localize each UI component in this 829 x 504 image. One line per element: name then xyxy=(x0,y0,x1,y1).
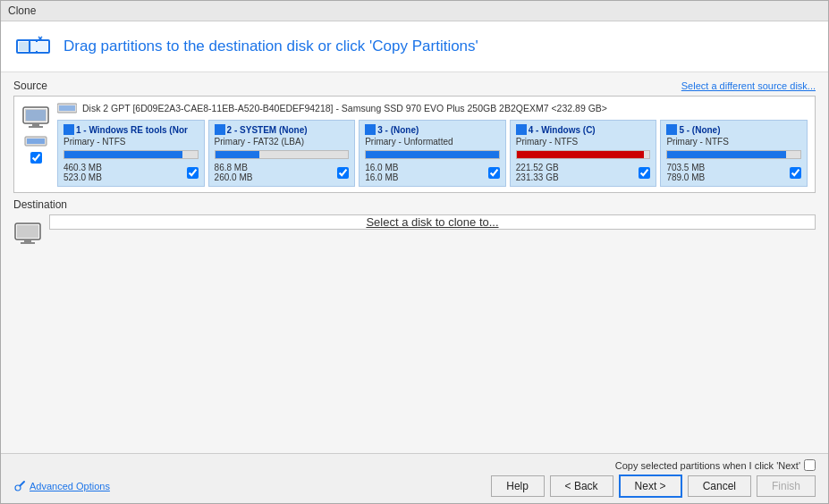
partition-3-bar xyxy=(365,150,500,159)
partition-1-footer: 460.3 MB 523.0 MB xyxy=(63,163,199,182)
destination-label-row: Destination xyxy=(13,198,816,211)
dest-monitor-icon xyxy=(13,222,42,247)
partition-2-footer: 86.8 MB 260.0 MB xyxy=(215,163,350,182)
partition-5-fill xyxy=(667,151,785,158)
partition-2-title: 2 - SYSTEM (None) xyxy=(227,125,308,135)
help-button[interactable]: Help xyxy=(491,475,545,497)
source-label-row: Source Select a different source disk... xyxy=(13,80,816,92)
source-label: Source xyxy=(13,80,47,92)
disk-info-area: Disk 2 GPT [6D09E2A3-CAE8-11EB-A520-B40E… xyxy=(57,102,808,187)
source-section: Source Select a different source disk... xyxy=(13,80,816,193)
main-window: Clone Drag partitions to the destination… xyxy=(0,0,829,504)
window-title: Clone xyxy=(8,4,36,17)
advanced-options-label: Advanced Options xyxy=(30,481,110,491)
title-bar: Clone xyxy=(1,1,828,21)
svg-rect-12 xyxy=(27,139,45,144)
partition-1-checkbox[interactable] xyxy=(187,167,199,179)
partition-2-bar xyxy=(215,150,350,159)
win-icon-1 xyxy=(63,124,74,135)
source-disk-icon-area xyxy=(21,102,50,164)
partition-5-bar xyxy=(666,150,801,159)
partition-3-checkbox[interactable] xyxy=(488,167,500,179)
source-checkbox-row xyxy=(30,152,42,164)
select-disk-link[interactable]: Select a disk to clone to... xyxy=(366,215,498,229)
partition-2-sizes: 86.8 MB 260.0 MB xyxy=(215,163,253,182)
svg-line-20 xyxy=(21,482,25,486)
copy-option-label: Copy selected partitions when I click 'N… xyxy=(615,460,800,471)
partition-4-checkbox[interactable] xyxy=(639,167,650,179)
destination-label: Destination xyxy=(13,198,67,211)
select-different-source-link[interactable]: Select a different source disk... xyxy=(681,80,816,91)
partition-card-3: 3 - (None) Primary - Unformatted 16.0 MB… xyxy=(359,120,506,187)
partition-card-1: 1 - Windows RE tools (Nor Primary - NTFS… xyxy=(57,120,205,187)
monitor-icon xyxy=(21,105,50,130)
buttons-row: Advanced Options Help < Back Next > Canc… xyxy=(13,475,816,498)
partition-2-type: Primary - FAT32 (LBA) xyxy=(215,137,350,147)
win-icon-2 xyxy=(215,124,225,135)
partition-5-checkbox[interactable] xyxy=(790,167,801,179)
partition-1-type: Primary - NTFS xyxy=(63,137,199,147)
back-button[interactable]: < Back xyxy=(550,475,613,497)
partition-5-footer: 703.5 MB 789.0 MB xyxy=(666,163,801,182)
partition-1-title: 1 - Windows RE tools (Nor xyxy=(76,125,188,135)
disk-header: Disk 2 GPT [6D09E2A3-CAE8-11EB-A520-B40E… xyxy=(57,102,808,114)
partition-2-checkbox[interactable] xyxy=(337,167,349,179)
partition-4-sizes: 221.52 GB 231.33 GB xyxy=(516,163,559,182)
svg-rect-16 xyxy=(17,225,38,238)
svg-rect-10 xyxy=(26,110,46,121)
svg-rect-14 xyxy=(59,105,75,111)
svg-rect-9 xyxy=(29,126,43,128)
finish-button[interactable]: Finish xyxy=(757,475,816,497)
partition-3-type: Primary - Unformatted xyxy=(365,137,500,147)
destination-panel[interactable]: Select a disk to clone to... xyxy=(49,214,816,230)
partition-card-2: 2 - SYSTEM (None) Primary - FAT32 (LBA) … xyxy=(208,120,356,187)
partition-4-fill xyxy=(517,151,645,158)
destination-section: Destination Select a disk to clone to... xyxy=(13,198,816,446)
partition-3-fill xyxy=(366,151,499,158)
partition-1-sizes: 460.3 MB 523.0 MB xyxy=(63,163,102,182)
svg-rect-18 xyxy=(21,242,35,244)
partition-3-title: 3 - (None) xyxy=(377,125,419,135)
source-panel: Disk 2 GPT [6D09E2A3-CAE8-11EB-A520-B40E… xyxy=(13,96,816,193)
partition-4-footer: 221.52 GB 231.33 GB xyxy=(516,163,651,182)
partition-5-title: 5 - (None) xyxy=(679,125,720,135)
partition-1-bar xyxy=(63,150,199,159)
partitions-row: 1 - Windows RE tools (Nor Primary - NTFS… xyxy=(57,120,808,187)
partition-4-bar xyxy=(516,150,651,159)
footer-area: Copy selected partitions when I click 'N… xyxy=(1,453,828,503)
win-icon-5 xyxy=(666,124,677,135)
destination-row: Select a disk to clone to... xyxy=(13,214,816,446)
content-area: Source Select a different source disk... xyxy=(1,72,828,453)
partition-4-title: 4 - Windows (C) xyxy=(529,125,596,135)
next-button[interactable]: Next > xyxy=(619,475,682,498)
win-icon-3 xyxy=(365,124,376,135)
copy-option-row: Copy selected partitions when I click 'N… xyxy=(13,459,816,471)
advanced-options-link[interactable]: Advanced Options xyxy=(13,480,110,492)
cancel-button[interactable]: Cancel xyxy=(688,475,751,497)
header-text: Drag partitions to the destination disk … xyxy=(63,38,478,55)
partition-card-5: 5 - (None) Primary - NTFS 703.5 MB 789.0… xyxy=(660,120,808,187)
source-disk-small-icon xyxy=(24,134,47,148)
clone-icon xyxy=(15,32,51,61)
wrench-icon xyxy=(13,480,26,492)
partition-5-type: Primary - NTFS xyxy=(666,137,801,147)
win-icon-4 xyxy=(516,124,527,135)
dest-icon-area xyxy=(13,214,42,247)
partition-3-footer: 16.0 MB 16.0 MB xyxy=(365,163,500,182)
partition-3-sizes: 16.0 MB 16.0 MB xyxy=(365,163,398,182)
disk-label: Disk 2 GPT [6D09E2A3-CAE8-11EB-A520-B40E… xyxy=(82,103,607,113)
partition-4-type: Primary - NTFS xyxy=(516,137,651,147)
header-banner: Drag partitions to the destination disk … xyxy=(1,21,828,72)
partition-5-sizes: 703.5 MB 789.0 MB xyxy=(666,163,705,182)
disk-header-icon xyxy=(57,102,77,114)
copy-option-checkbox[interactable] xyxy=(804,459,816,471)
source-checkbox[interactable] xyxy=(30,152,42,164)
svg-rect-8 xyxy=(32,123,39,126)
partition-1-fill xyxy=(64,151,182,158)
partition-card-4: 4 - Windows (C) Primary - NTFS 221.52 GB… xyxy=(510,120,657,187)
partition-2-fill xyxy=(216,151,259,158)
svg-rect-3 xyxy=(31,42,47,51)
svg-rect-17 xyxy=(24,239,31,242)
